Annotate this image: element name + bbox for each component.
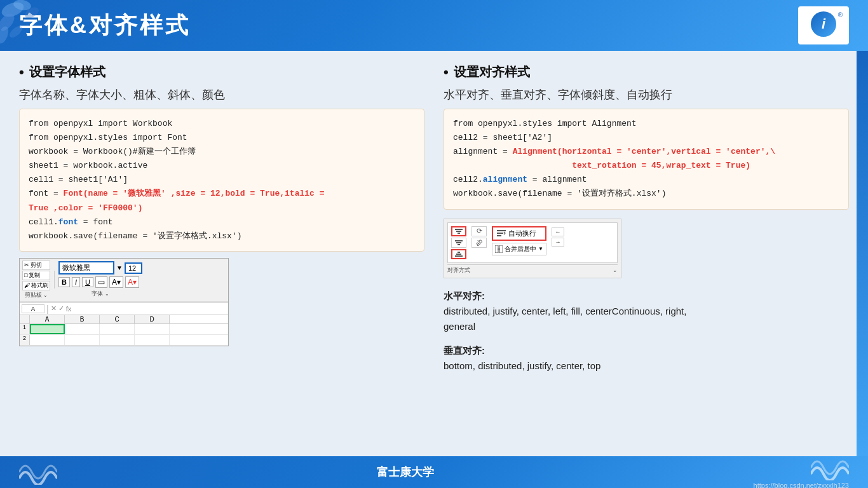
format-painter-icon: 🖌 xyxy=(24,282,30,288)
angle-icon: ab xyxy=(474,238,484,248)
rcode-line-6: workbook.save(filename = '设置对齐格式.xlsx') xyxy=(453,187,839,201)
format-painter-button[interactable]: 🖌 格式刷 xyxy=(22,281,50,290)
cut-label: 剪切 xyxy=(31,261,42,269)
cell-c1[interactable] xyxy=(100,324,135,334)
svg-rect-15 xyxy=(497,230,506,231)
vertical-values: bottom, distributed, justify, center, to… xyxy=(444,360,600,371)
svg-rect-12 xyxy=(458,252,460,253)
border-icon[interactable]: ▭ xyxy=(95,276,107,288)
copy-label: 复制 xyxy=(29,271,40,280)
row-num-2: 2 xyxy=(20,335,30,345)
align-bottom-button[interactable] xyxy=(451,249,466,259)
copy-button[interactable]: □ 复制 xyxy=(22,271,50,280)
vert-align-buttons xyxy=(451,226,466,259)
clipboard-group: ✂ 剪切 □ 复制 🖌 格式刷 剪贴板 xyxy=(22,261,50,299)
font-name-input[interactable]: 微软雅黑 xyxy=(58,261,114,274)
wrap-merge-buttons: 自动换行 合并后居中 ▼ xyxy=(492,226,546,255)
left-subheading: 字体名称、字体大小、粗体、斜体、颜色 xyxy=(19,87,424,102)
data-rows: 1 2 xyxy=(20,324,228,346)
code-line-4: sheet1 = workbook.active xyxy=(29,159,415,173)
right-section-heading: 设置对齐样式 xyxy=(444,64,849,81)
cut-button[interactable]: ✂ 剪切 xyxy=(22,261,50,270)
right-subheading: 水平对齐、垂直对齐、字体倾斜度、自动换行 xyxy=(444,87,849,102)
svg-rect-14 xyxy=(455,255,463,257)
font-group: 微软雅黑 ▼ 12 B I U ▭ A▾ A▾ 字体 ⌄ xyxy=(58,261,142,298)
svg-rect-17 xyxy=(497,235,501,236)
cell-d2[interactable] xyxy=(135,335,170,345)
indent-buttons: ← → xyxy=(552,227,564,247)
cell-d1[interactable] xyxy=(135,324,170,334)
merge-dropdown-icon[interactable]: ▼ xyxy=(538,246,543,252)
logo-registered: ® xyxy=(838,11,843,18)
footer-right: https://blog.csdn.net/zxxxlh123 xyxy=(754,455,849,488)
clipboard-arrow: ⌄ xyxy=(43,292,48,298)
name-box[interactable]: A xyxy=(22,304,44,313)
cell-a2[interactable] xyxy=(30,335,65,345)
copy-icon: □ xyxy=(24,272,27,278)
row-num-header xyxy=(20,315,30,323)
ribbon-area: ✂ 剪切 □ 复制 🖌 格式刷 剪贴板 xyxy=(20,259,228,303)
font-color-icon[interactable]: A▾ xyxy=(125,276,139,288)
indent-left-button[interactable]: ← xyxy=(552,227,564,236)
align-top-button[interactable] xyxy=(451,226,466,236)
clipboard-label: 剪贴板 ⌄ xyxy=(25,291,48,299)
formula-cancel-icon[interactable]: ✕ xyxy=(51,304,57,313)
cell-b2[interactable] xyxy=(65,335,100,345)
font-name-row: 微软雅黑 ▼ 12 xyxy=(58,261,142,274)
alignment-mockup: ⟳ ab 自动换行 xyxy=(444,219,621,278)
horizontal-label: 水平对齐: xyxy=(444,290,485,301)
bold-button[interactable]: B xyxy=(58,277,70,287)
font-group-label: 字体 ⌄ xyxy=(58,290,142,298)
footer-wave-icon xyxy=(19,459,57,485)
vertical-alignment-desc: 垂直对齐: bottom, distributed, justify, cent… xyxy=(444,343,849,374)
merge-center-label: 合并后居中 xyxy=(505,245,536,254)
col-header-d: D xyxy=(135,315,170,323)
code-highlight-font-attr: font xyxy=(58,217,78,227)
sidebar-decoration xyxy=(857,51,868,456)
rcode-highlight-1: Alignment(horizontal = 'center',vertical… xyxy=(513,147,775,156)
underline-button[interactable]: U xyxy=(82,277,93,287)
code-line-7: True ,color = 'FF0000') xyxy=(29,201,415,215)
align-middle-button[interactable] xyxy=(451,238,466,248)
rotate-button[interactable]: ⟳ xyxy=(471,226,487,236)
fill-color-icon[interactable]: A▾ xyxy=(109,276,123,288)
logo-container: i ® xyxy=(798,6,849,44)
rcode-line-3: alignment = Alignment(horizontal = 'cent… xyxy=(453,145,839,159)
code-highlight-font: Font(name = '微软雅黑' ,size = 12,bold = Tru… xyxy=(64,189,325,198)
wrap-text-button[interactable]: 自动换行 xyxy=(492,226,546,241)
font-expand-icon[interactable]: ⌄ xyxy=(105,291,109,297)
header: 字体&对齐样式 i ® xyxy=(0,0,868,51)
cell-b1[interactable] xyxy=(65,324,100,334)
footer: 富士康大学 https://blog.csdn.net/zxxxlh123 xyxy=(0,456,868,488)
alignment-expand-icon[interactable]: ⌄ xyxy=(613,267,618,273)
align-middle-icon xyxy=(454,240,464,246)
rcode-line-4: text_rotation = 45,wrap_text = True) xyxy=(453,159,839,173)
wrap-text-label: 自动换行 xyxy=(508,229,536,238)
svg-point-1 xyxy=(0,11,17,34)
cell-a1[interactable] xyxy=(30,324,65,334)
merge-icon xyxy=(495,245,503,253)
code-line-9: workbook.save(filename = '设置字体格式.xlsx') xyxy=(29,229,415,243)
angle-button[interactable]: ab xyxy=(471,238,487,248)
code-line-8: cell1.font = font xyxy=(29,215,415,229)
font-style-row: B I U ▭ A▾ A▾ xyxy=(58,276,142,288)
rotation-buttons: ⟳ ab xyxy=(471,226,487,248)
logo-inner: i ® xyxy=(804,11,843,40)
svg-rect-8 xyxy=(458,233,460,234)
cell-c2[interactable] xyxy=(100,335,135,345)
formula-confirm-icon[interactable]: ✓ xyxy=(58,304,64,313)
table-row-2: 2 xyxy=(20,335,228,346)
font-name-dropdown-icon[interactable]: ▼ xyxy=(116,264,123,271)
left-section-heading: 设置字体样式 xyxy=(19,64,424,81)
italic-button[interactable]: I xyxy=(72,277,80,287)
col-header-a: A xyxy=(30,315,65,323)
font-size-input[interactable]: 12 xyxy=(125,262,142,274)
merge-center-button[interactable]: 合并后居中 ▼ xyxy=(492,243,546,255)
left-column: 设置字体样式 字体名称、字体大小、粗体、斜体、颜色 from openpyxl … xyxy=(19,64,424,444)
rcode-highlight-alignment: alignment xyxy=(483,175,527,184)
column-headers: A B C D xyxy=(20,315,228,324)
indent-right-button[interactable]: → xyxy=(552,238,564,247)
horizontal-values-2: general xyxy=(444,321,475,332)
rcode-line-5: cell2.alignment = alignment xyxy=(453,173,839,187)
format-painter-label: 格式刷 xyxy=(31,281,48,290)
